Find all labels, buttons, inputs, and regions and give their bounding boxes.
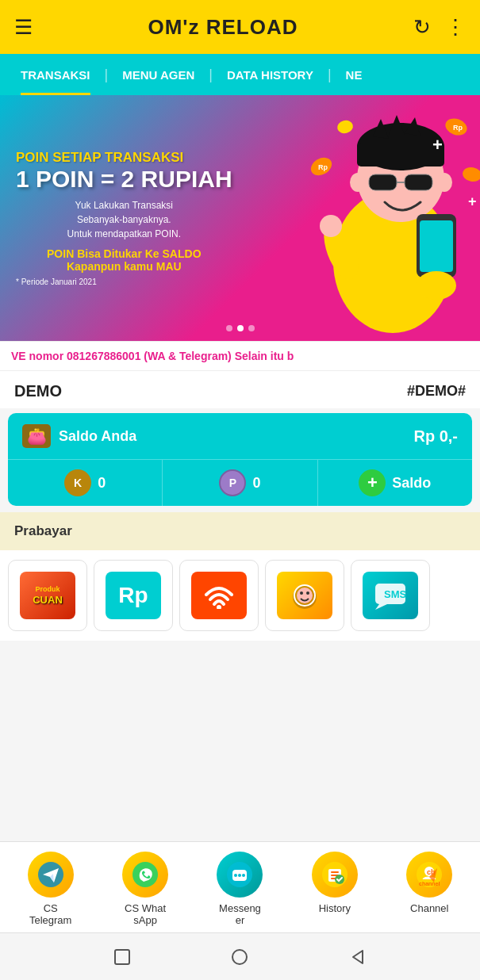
saldo-card: 👛 Saldo Anda Rp 0,- K 0 P 0 + Saldo <box>8 413 472 506</box>
svg-rect-51 <box>115 950 129 964</box>
prabayar-header: Prabayar <box>0 512 480 550</box>
add-saldo-icon: + <box>359 469 386 496</box>
svg-rect-7 <box>369 174 397 190</box>
bottom-nav-messenger[interactable]: Messenger <box>208 852 271 926</box>
product-scroll: Produk CUAN Rp <box>0 550 480 641</box>
banner-title2: 1 POIN = 2 RUPIAH <box>16 166 232 192</box>
svg-text:Rp: Rp <box>318 163 328 171</box>
svg-text:+: + <box>432 135 443 155</box>
svg-point-30 <box>306 591 309 595</box>
messenger-label: Messenger <box>219 902 261 926</box>
svg-rect-8 <box>405 174 432 190</box>
svg-rect-3 <box>357 143 444 167</box>
product-data[interactable] <box>179 560 259 631</box>
ticker-bar: VE nomor 081267886001 (WA & Telegram) Se… <box>0 341 480 371</box>
add-saldo-label: Saldo <box>392 475 431 492</box>
nav-divider-3: | <box>326 67 333 83</box>
cs-whatsapp-label: CS WhatsApp <box>125 902 166 926</box>
product-pulsa[interactable]: Rp <box>94 560 173 631</box>
game-icon <box>277 572 332 619</box>
svg-point-16 <box>320 215 342 237</box>
poin-value: 0 <box>252 475 260 492</box>
top-bar-actions: ↻ ⋮ <box>413 15 466 40</box>
tab-data-history[interactable]: DATA HISTORY <box>214 54 326 95</box>
banner-title1: POIN SETIAP TRANSAKSI <box>16 150 232 166</box>
refresh-icon[interactable]: ↻ <box>413 15 431 40</box>
tab-ne[interactable]: NE <box>333 54 375 95</box>
tab-transaksi[interactable]: TRANSAKSI <box>8 54 103 95</box>
nav-divider-2: | <box>207 67 214 83</box>
pulsa-icon: Rp <box>106 572 161 619</box>
svg-text:Rp: Rp <box>453 124 463 132</box>
user-name: DEMO <box>14 382 62 400</box>
promo-banner: POIN SETIAP TRANSAKSI 1 POIN = 2 RUPIAH … <box>0 95 480 341</box>
user-info-bar: DEMO #DEMO# <box>0 371 480 408</box>
koin-icon: K <box>64 469 91 496</box>
bottom-nav: CSTelegram CS WhatsApp Messenger <box>0 841 480 932</box>
product-produk-cuan[interactable]: Produk CUAN <box>8 560 87 631</box>
produk-cuan-icon: Produk CUAN <box>20 572 75 619</box>
user-hash: #DEMO# <box>407 383 466 400</box>
more-options-icon[interactable]: ⋮ <box>445 15 466 40</box>
saldo-amount: Rp 0,- <box>413 427 458 446</box>
cs-telegram-icon <box>28 852 74 898</box>
svg-point-40 <box>242 874 245 877</box>
channel-icon: ch channel <box>406 852 452 898</box>
svg-point-29 <box>300 591 303 595</box>
svg-point-10 <box>350 173 366 192</box>
channel-label: Channel <box>410 902 448 914</box>
hamburger-icon[interactable]: ☰ <box>14 15 33 40</box>
wallet-icon: 👛 <box>22 424 51 448</box>
banner-dot-3[interactable] <box>248 325 255 331</box>
svg-point-52 <box>232 950 247 964</box>
prabayar-label: Prabayar <box>14 523 466 539</box>
banner-cta: POIN Bisa Ditukar Ke SALDOKapanpun kamu … <box>16 247 232 273</box>
product-game[interactable] <box>265 560 344 631</box>
top-bar: ☰ OM'z RELOAD ↻ ⋮ <box>0 0 480 54</box>
cs-whatsapp-icon <box>122 852 168 898</box>
banner-period: * Periode Januari 2021 <box>16 278 232 286</box>
saldo-poin[interactable]: P 0 <box>163 460 317 506</box>
nav-tabs: TRANSAKSI | MENU AGEN | DATA HISTORY | N… <box>0 54 480 95</box>
banner-dots <box>226 325 255 331</box>
svg-point-38 <box>234 874 237 877</box>
add-saldo-button[interactable]: + Saldo <box>318 460 472 506</box>
koin-value: 0 <box>98 475 106 492</box>
svg-point-39 <box>238 874 241 877</box>
history-icon <box>312 852 358 898</box>
svg-text:channel: channel <box>419 881 440 886</box>
system-nav <box>0 932 480 980</box>
nav-divider-1: | <box>103 67 110 83</box>
saldo-label: Saldo Anda <box>59 428 136 445</box>
app-title: OM'z RELOAD <box>148 15 298 40</box>
svg-marker-32 <box>375 604 387 610</box>
system-nav-home[interactable] <box>228 946 251 968</box>
system-nav-back[interactable] <box>347 946 369 968</box>
saldo-label-wrap: 👛 Saldo Anda <box>22 424 136 448</box>
banner-character: Rp Rp + + <box>298 103 480 333</box>
history-label: History <box>319 902 351 914</box>
bottom-nav-cs-whatsapp[interactable]: CS WhatsApp <box>113 852 177 926</box>
banner-subtitle: Yuk Lakukan TransaksiSebanyak-banyaknya.… <box>16 198 232 241</box>
svg-point-19 <box>336 119 354 136</box>
product-sms[interactable]: SMS <box>351 560 430 631</box>
svg-point-11 <box>436 173 452 192</box>
banner-dot-1[interactable] <box>226 325 232 331</box>
svg-marker-53 <box>353 951 363 963</box>
saldo-koin[interactable]: K 0 <box>8 460 163 506</box>
bottom-nav-channel[interactable]: ch channel Channel <box>397 852 461 914</box>
bottom-nav-history[interactable]: History <box>303 852 367 914</box>
messenger-icon <box>217 852 263 898</box>
tab-menu-agen[interactable]: MENU AGEN <box>109 54 207 95</box>
data-icon <box>191 572 247 619</box>
saldo-header: 👛 Saldo Anda Rp 0,- <box>8 413 472 460</box>
saldo-actions: K 0 P 0 + Saldo <box>8 460 472 506</box>
banner-dot-2[interactable] <box>237 325 244 331</box>
sms-icon: SMS <box>363 572 418 619</box>
system-nav-recent[interactable] <box>111 946 133 968</box>
ticker-text: VE nomor 081267886001 (WA & Telegram) Se… <box>11 350 294 362</box>
svg-point-20 <box>462 166 480 183</box>
bottom-nav-cs-telegram[interactable]: CSTelegram <box>19 852 83 926</box>
poin-icon: P <box>219 469 246 496</box>
svg-rect-43 <box>331 871 339 873</box>
